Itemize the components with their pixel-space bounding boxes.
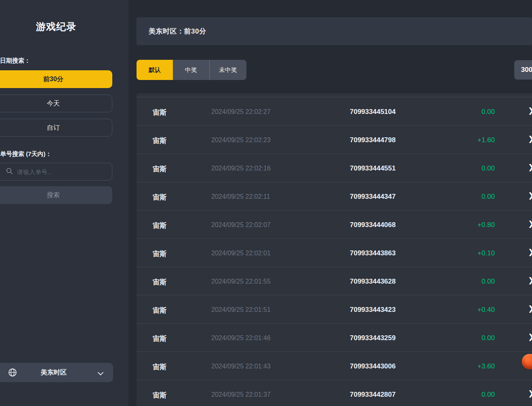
records-table: 宙斯 2024/09/25 22:02:27 709933445104 0.00…: [137, 93, 532, 406]
row-timestamp: 2024/09/25 22:02:01: [211, 250, 271, 257]
table-row[interactable]: 宙斯 2024/09/25 22:01:55 709933443628 0.00…: [137, 267, 532, 295]
row-order-id: 709933444347: [350, 193, 395, 201]
table-row[interactable]: 宙斯 2024/09/25 22:01:37 709933442807 0.00…: [137, 380, 532, 406]
row-game-name: 宙斯: [153, 334, 166, 343]
chevron-right-icon[interactable]: ❯: [528, 135, 532, 143]
table-row[interactable]: 宙斯 2024/09/25 22:02:07 709933444068 +0.8…: [137, 210, 532, 239]
row-order-id: 709933443006: [350, 362, 395, 370]
chevron-right-icon[interactable]: ❯: [528, 219, 532, 228]
row-amount: +1.60: [477, 136, 495, 144]
chevron-right-icon[interactable]: ❯: [528, 191, 532, 200]
tab-default[interactable]: 默认: [137, 60, 173, 80]
row-amount: +0.10: [477, 249, 495, 257]
row-timestamp: 2024/09/25 22:01:46: [211, 334, 271, 342]
row-timestamp: 2024/09/25 22:01:37: [211, 391, 271, 398]
chevron-right-icon[interactable]: ❯: [528, 106, 532, 115]
row-timestamp: 2024/09/25 22:02:16: [211, 165, 271, 172]
table-row[interactable]: 宙斯 2024/09/25 22:01:46 709933443259 0.00…: [137, 324, 532, 352]
order-search-box: [0, 163, 112, 181]
game-records-screen: 游戏纪录 日期搜索： 前30分 今天 自订 单号搜索 (7天内)： 搜索: [0, 0, 532, 406]
chevron-right-icon[interactable]: ❯: [528, 332, 532, 341]
row-amount: 0.00: [482, 108, 495, 116]
row-order-id: 709933444551: [350, 164, 395, 172]
chevron-right-icon[interactable]: ❯: [528, 304, 532, 313]
chevron-right-icon[interactable]: ❯: [528, 248, 532, 257]
row-amount: 0.00: [482, 278, 495, 286]
chevron-right-icon[interactable]: ❯: [528, 276, 532, 285]
globe-icon: [8, 368, 17, 379]
table-row[interactable]: 宙斯 2024/09/25 22:02:16 709933444551 0.00…: [137, 154, 532, 182]
row-amount: +3.60: [477, 362, 495, 370]
date-filter-today-button[interactable]: 今天: [0, 95, 112, 112]
row-timestamp: 2024/09/25 22:02:07: [211, 221, 271, 229]
row-game-name: 宙斯: [153, 136, 166, 145]
row-amount: +0.40: [477, 306, 495, 314]
page-size-button[interactable]: 300: [514, 60, 532, 80]
row-amount: 0.00: [482, 193, 495, 201]
row-amount: 0.00: [482, 391, 495, 399]
timezone-selector[interactable]: 美东时区: [0, 363, 113, 382]
table-row[interactable]: 宙斯 2024/09/25 22:02:27 709933445104 0.00…: [137, 97, 532, 126]
row-order-id: 709933444798: [350, 136, 395, 144]
date-search-label: 日期搜索：: [0, 57, 30, 65]
table-row[interactable]: 宙斯 2024/09/25 22:01:51 709933443423 +0.4…: [137, 295, 532, 324]
row-timestamp: 2024/09/25 22:02:11: [211, 193, 270, 200]
table-row[interactable]: 宙斯 2024/09/25 22:01:43 709933443006 +3.6…: [137, 352, 532, 380]
tab-win[interactable]: 中奖: [173, 60, 209, 80]
row-order-id: 709933443423: [350, 306, 395, 314]
row-game-name: 宙斯: [153, 108, 166, 117]
partial-row: [137, 93, 532, 97]
row-game-name: 宙斯: [153, 306, 166, 315]
row-game-name: 宙斯: [153, 193, 166, 202]
date-filter-last30min-button[interactable]: 前30分: [0, 70, 112, 88]
search-icon: [6, 168, 13, 176]
row-game-name: 宙斯: [153, 221, 166, 230]
chevron-right-icon[interactable]: ❯: [528, 163, 532, 172]
search-button[interactable]: 搜索: [0, 186, 112, 204]
row-order-id: 709933443259: [350, 334, 395, 342]
sidebar: 游戏纪录 日期搜索： 前30分 今天 自订 单号搜索 (7天内)： 搜索: [0, 0, 128, 406]
chevron-right-icon[interactable]: ❯: [528, 389, 532, 398]
row-timestamp: 2024/09/25 22:01:43: [211, 363, 271, 370]
row-order-id: 709933443863: [350, 249, 395, 257]
row-amount: +0.80: [477, 221, 495, 229]
filter-summary-text: 美东时区：前30分: [149, 27, 206, 36]
rows-container: 宙斯 2024/09/25 22:02:27 709933445104 0.00…: [137, 97, 532, 406]
timezone-label: 美东时区: [0, 368, 113, 377]
row-order-id: 709933442807: [350, 391, 395, 399]
chevron-down-icon: [98, 370, 103, 377]
table-row[interactable]: 宙斯 2024/09/25 22:02:01 709933443863 +0.1…: [137, 239, 532, 267]
filter-summary-bar: 美东时区：前30分: [137, 17, 532, 45]
row-amount: 0.00: [482, 164, 495, 172]
result-filter-tabs: 默认 中奖 未中奖: [137, 60, 246, 80]
table-row[interactable]: 宙斯 2024/09/25 22:02:11 709933444347 0.00…: [137, 182, 532, 210]
tab-lose[interactable]: 未中奖: [209, 60, 246, 80]
row-game-name: 宙斯: [153, 278, 166, 287]
order-search-input[interactable]: [17, 168, 98, 175]
row-game-name: 宙斯: [153, 249, 166, 259]
row-order-id: 709933443628: [350, 278, 395, 286]
page-title: 游戏纪录: [0, 20, 112, 33]
row-timestamp: 2024/09/25 22:02:23: [211, 137, 271, 144]
main-content: 美东时区：前30分 默认 中奖 未中奖 300 宙斯 2024/09/25 22…: [128, 0, 532, 406]
row-timestamp: 2024/09/25 22:02:27: [211, 108, 271, 116]
row-order-id: 709933444068: [350, 221, 395, 229]
date-filter-custom-button[interactable]: 自订: [0, 119, 112, 137]
row-game-name: 宙斯: [153, 391, 166, 400]
row-order-id: 709933445104: [350, 108, 395, 116]
row-timestamp: 2024/09/25 22:01:51: [211, 306, 271, 313]
row-amount: 0.00: [482, 334, 495, 342]
row-game-name: 宙斯: [153, 164, 166, 174]
row-game-name: 宙斯: [153, 362, 166, 372]
table-row[interactable]: 宙斯 2024/09/25 22:02:23 709933444798 +1.6…: [137, 126, 532, 154]
order-search-label: 单号搜索 (7天内)：: [0, 150, 52, 158]
row-timestamp: 2024/09/25 22:01:55: [211, 278, 271, 285]
